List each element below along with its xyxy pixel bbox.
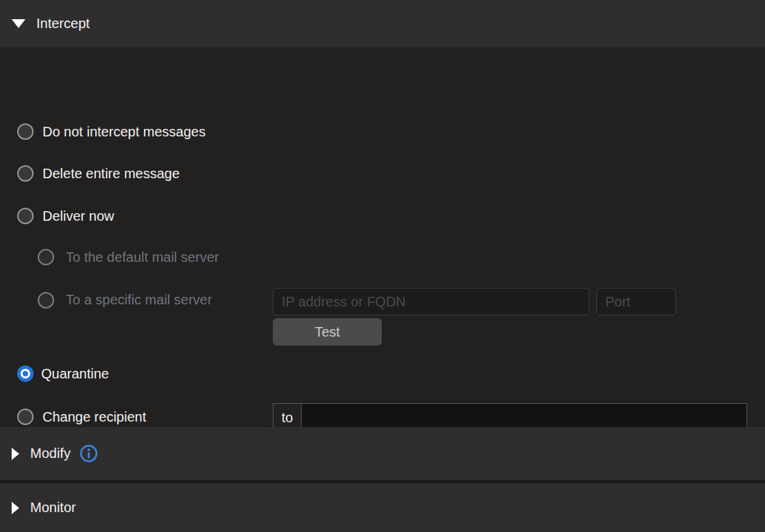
radio-label: Delete entire message (42, 166, 180, 182)
radio-label: Change recipient (42, 409, 146, 425)
radio-icon-unselected[interactable] (17, 208, 34, 224)
radio-option-change-recipient[interactable]: Change recipient (17, 407, 146, 427)
radio-option-delete-entire-message[interactable]: Delete entire message (17, 163, 180, 184)
radio-option-quarantine[interactable]: Quarantine (17, 363, 109, 384)
section-title-intercept: Intercept (36, 16, 90, 32)
ip-address-input[interactable] (273, 288, 590, 315)
intercept-section-body: Do not intercept messages Delete entire … (0, 48, 765, 427)
radio-icon-unselected[interactable] (17, 165, 34, 182)
section-header-modify[interactable]: Modify (0, 427, 765, 480)
port-input[interactable] (596, 288, 676, 315)
radio-label: To a specific mail server (66, 286, 223, 313)
section-title-modify: Modify (30, 446, 71, 461)
radio-icon-selected[interactable] (17, 365, 34, 382)
radio-label: To the default mail server (66, 250, 219, 265)
radio-icon-disabled[interactable] (38, 249, 54, 265)
radio-label: Deliver now (42, 208, 114, 224)
section-title-monitor: Monitor (30, 500, 76, 516)
test-button[interactable]: Test (273, 318, 382, 346)
radio-option-do-not-intercept[interactable]: Do not intercept messages (17, 121, 206, 142)
radio-option-deliver-now[interactable]: Deliver now (17, 206, 114, 226)
radio-dot (21, 369, 30, 378)
intercept-settings-panel: Intercept Do not intercept messages Dele… (0, 0, 765, 532)
radio-option-default-mail-server[interactable]: To the default mail server (38, 247, 219, 267)
radio-icon-unselected[interactable] (17, 123, 34, 140)
section-header-intercept[interactable]: Intercept (0, 0, 765, 48)
radio-label: Quarantine (41, 366, 109, 382)
radio-icon-unselected[interactable] (17, 409, 34, 425)
section-header-monitor[interactable]: Monitor (0, 483, 765, 532)
caret-right-icon (12, 502, 19, 514)
caret-down-icon (12, 19, 25, 28)
info-icon[interactable] (80, 444, 98, 463)
caret-right-icon (12, 448, 19, 460)
radio-label: Do not intercept messages (42, 124, 206, 140)
radio-icon-disabled[interactable] (38, 292, 54, 309)
radio-option-specific-mail-server[interactable]: To a specific mail server (38, 289, 223, 341)
